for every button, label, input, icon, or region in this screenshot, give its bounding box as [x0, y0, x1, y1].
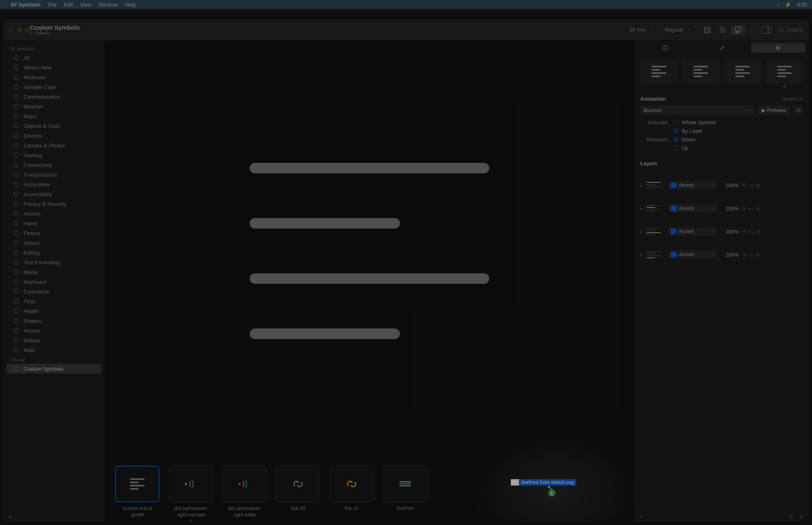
variant-bold[interactable] — [765, 59, 803, 84]
sidebar-item-media[interactable]: Media — [6, 267, 101, 277]
sidebar-item-text-formatting[interactable]: Text Formatting — [6, 257, 101, 267]
layer-action-3[interactable]: ⊖ — [756, 229, 760, 235]
sidebar-item-math[interactable]: Math — [6, 345, 101, 355]
menu-view[interactable]: View — [80, 2, 92, 8]
sidebar-item-devices[interactable]: Devices — [6, 131, 101, 140]
sidebar-item-automotive[interactable]: Automotive — [6, 179, 101, 189]
sidebar-item-variable-color[interactable]: Variable Color — [6, 82, 101, 92]
add-layer-button[interactable]: + — [639, 513, 643, 519]
sidebar-item-health[interactable]: Health — [6, 306, 101, 316]
sidebar-item-camera-photos[interactable]: Camera & Photos — [6, 140, 101, 150]
sidebar-toggle-icon[interactable] — [37, 26, 47, 34]
close-button[interactable] — [9, 28, 14, 32]
minimize-button[interactable] — [17, 28, 22, 32]
strip-item-livefront[interactable]: livefront — [381, 466, 430, 512]
chevron-right-icon[interactable]: ▸ — [640, 206, 642, 211]
menu-edit[interactable]: Edit — [64, 2, 73, 8]
sidebar-item-time[interactable]: Time — [6, 296, 101, 306]
sidebar-item-shapes[interactable]: Shapes — [6, 316, 101, 326]
font-select[interactable]: SF Pro — [626, 25, 654, 35]
sidebar-item-transportation[interactable]: Transportation — [6, 170, 101, 179]
sidebar-item-nature[interactable]: Nature — [6, 238, 101, 248]
sidebar-item-connectivity[interactable]: Connectivity — [6, 160, 101, 170]
list-view-button[interactable] — [715, 25, 730, 35]
layer-opacity[interactable]: 100% — [721, 205, 739, 212]
chevron-right-icon[interactable]: ▸ — [640, 229, 642, 234]
maximize-button[interactable] — [25, 28, 30, 32]
radio-up[interactable] — [673, 145, 678, 151]
sidebar-item-gaming[interactable]: Gaming — [6, 150, 101, 160]
layer-action-3[interactable]: ⊖ — [756, 205, 760, 212]
layers-icon[interactable]: ◫ — [789, 513, 794, 519]
layer-color-select[interactable]: Accent — [668, 204, 717, 212]
menu-help[interactable]: Help — [125, 2, 136, 8]
grid-view-button[interactable] — [700, 25, 715, 35]
sidebar-item-all[interactable]: All — [6, 53, 101, 63]
sidebar-item-accessibility[interactable]: Accessibility — [6, 189, 101, 199]
sidebar-item-keyboard[interactable]: Keyboard — [6, 277, 101, 287]
strip-item-custom-text-alignleft[interactable]: custom.text.alignleft — [113, 466, 162, 518]
add-category-button[interactable]: + — [8, 513, 12, 521]
chevron-right-icon[interactable]: ▸ — [640, 183, 642, 188]
layer-row[interactable]: ▸Accent100%⎘▭⊖ — [640, 174, 803, 197]
gallery-view-button[interactable] — [731, 25, 745, 35]
layer-row[interactable]: ▸Accent100%⎘▭⊖ — [640, 243, 803, 266]
sidebar-item-communication[interactable]: Communication — [6, 92, 101, 102]
sidebar-item-objects-tools[interactable]: Objects & Tools — [6, 121, 101, 131]
layer-row[interactable]: ▸Accent100%⎘▭⊖ — [640, 197, 803, 220]
layer-action-2[interactable]: ▭ — [749, 229, 754, 235]
sidebar-item-multicolor[interactable]: Multicolor — [6, 72, 101, 82]
layer-action-2[interactable]: ▭ — [749, 205, 754, 212]
layer-action-1[interactable]: ⎘ — [743, 229, 746, 235]
battery-icon[interactable]: ⚡ — [785, 2, 791, 8]
layer-action-1[interactable]: ⎘ — [743, 252, 746, 258]
layer-opacity[interactable]: 100% — [721, 182, 739, 188]
layer-action-3[interactable]: ⊖ — [756, 182, 760, 188]
remove-layer-button[interactable]: ⊖ — [799, 513, 804, 519]
sidebar-item-arrows[interactable]: Arrows — [6, 326, 101, 335]
strip-item-link-off[interactable]: link.off — [274, 466, 322, 512]
layer-action-2[interactable]: ▭ — [749, 182, 754, 188]
radio-down[interactable] — [673, 137, 678, 143]
radio-whole-symbol[interactable] — [673, 120, 678, 125]
layer-opacity[interactable]: 100% — [721, 229, 739, 235]
inspector-tab-info[interactable] — [638, 43, 692, 53]
status-icon[interactable]: ‹ — [777, 2, 779, 8]
inspector-tab-animation[interactable] — [751, 43, 806, 53]
weight-select[interactable]: Regular — [662, 25, 692, 35]
sidebar-item-what-s-new[interactable]: What's New — [6, 63, 101, 72]
strip-item-link-on[interactable]: link.on — [327, 466, 376, 512]
preview-button[interactable]: ▶ Preview — [758, 106, 790, 115]
sidebar-item-human[interactable]: Human — [6, 209, 101, 218]
sidebar-item-editing[interactable]: Editing — [6, 248, 101, 257]
search-field[interactable]: Search — [779, 27, 803, 33]
layer-action-3[interactable]: ⊖ — [756, 252, 760, 258]
chevron-right-icon[interactable]: ▸ — [640, 253, 642, 257]
menu-file[interactable]: File — [48, 2, 56, 8]
radio-by-layer[interactable] — [673, 128, 678, 134]
inspector-tab-color[interactable] — [695, 43, 749, 53]
inspector-toggle-icon[interactable] — [762, 26, 771, 34]
variant-regular[interactable] — [724, 59, 762, 84]
sidebar-item-maps[interactable]: Maps — [6, 111, 101, 121]
repeat-button[interactable]: ⟲ — [793, 105, 803, 115]
sidebar-item-commerce[interactable]: Commerce — [6, 287, 101, 296]
app-name[interactable]: SF Symbols — [11, 2, 41, 8]
sidebar-item-fitness[interactable]: Fitness — [6, 228, 101, 238]
layer-opacity[interactable]: 100% — [721, 252, 739, 258]
variant-thin[interactable] — [682, 59, 720, 84]
layer-action-2[interactable]: ▭ — [749, 252, 754, 258]
sidebar-item-home[interactable]: Home — [6, 218, 101, 228]
layer-color-select[interactable]: Accent — [668, 181, 717, 189]
layer-action-1[interactable]: ⎘ — [743, 182, 746, 188]
animation-type-select[interactable]: Bounce — [640, 106, 754, 115]
clock[interactable]: 9:38 — [797, 2, 807, 8]
sidebar-item-custom-symbols[interactable]: Custom Symbols — [6, 364, 101, 374]
sidebar-item-privacy-security[interactable]: Privacy & Security — [6, 199, 101, 209]
strip-item-dot-radiowaves-right-narrower[interactable]: dot.radiowaves.right.narrower — [166, 466, 215, 522]
variant-ultralight[interactable] — [640, 59, 678, 84]
layer-action-1[interactable]: ⎘ — [743, 205, 746, 212]
layer-row[interactable]: ▸Accent100%⎘▭⊖ — [640, 220, 803, 243]
menu-window[interactable]: Window — [99, 2, 118, 8]
sidebar-item-indices[interactable]: Indices — [6, 335, 101, 345]
